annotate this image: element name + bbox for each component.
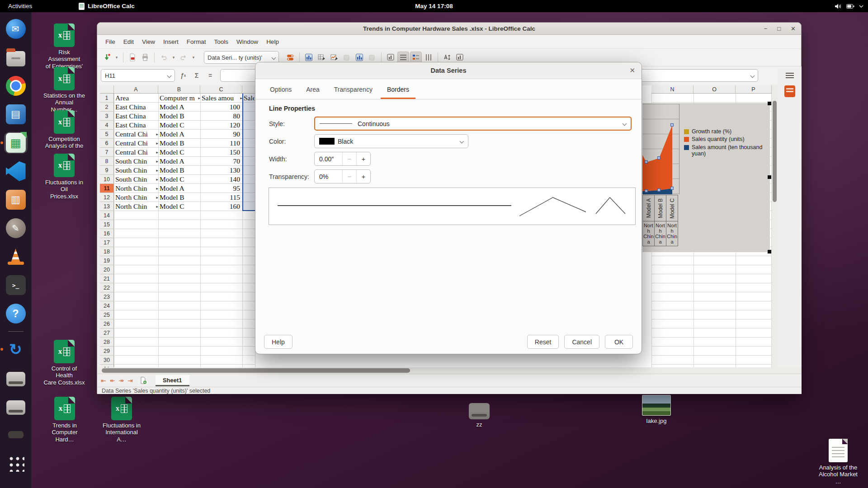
- focused-app-indicator[interactable]: LibreOffice Calc: [79, 3, 135, 10]
- cell-a6[interactable]: Central Chi▸: [114, 139, 158, 148]
- cell-a9[interactable]: South Chin▸: [114, 166, 158, 175]
- reset-button[interactable]: Reset: [527, 335, 559, 349]
- vertical-scrollbar[interactable]: [772, 85, 778, 367]
- dock-item-help[interactable]: ?: [4, 303, 28, 324]
- menu-format[interactable]: Format: [183, 37, 210, 47]
- dock-item-removable-drive-1[interactable]: [4, 367, 28, 389]
- horizontal-scrollbar-thumb[interactable]: [102, 368, 410, 373]
- name-box[interactable]: H11: [101, 69, 175, 82]
- export-pdf-button[interactable]: [127, 52, 138, 63]
- cell-c2[interactable]: 100: [200, 103, 242, 112]
- clock[interactable]: May 14 17:08: [415, 3, 453, 9]
- data-point-handle[interactable]: [670, 123, 674, 127]
- close-button[interactable]: ✕: [791, 25, 796, 32]
- menu-help[interactable]: Help: [262, 37, 283, 47]
- row-header-21[interactable]: 21: [100, 274, 114, 283]
- row-header-28[interactable]: 28: [100, 338, 114, 347]
- cell-b6[interactable]: Model B: [158, 139, 200, 148]
- dock-item-vs-code[interactable]: [4, 160, 28, 182]
- previous-sheet-button[interactable]: ↞: [110, 377, 115, 384]
- row-header-16[interactable]: 16: [100, 229, 114, 238]
- row-header-18[interactable]: 18: [100, 247, 114, 256]
- row-header-15[interactable]: 15: [100, 220, 114, 229]
- cell-b5[interactable]: Model A: [158, 130, 200, 139]
- row-header-14[interactable]: 14: [100, 211, 114, 220]
- load-document-button[interactable]: [101, 52, 113, 63]
- cell-a1[interactable]: Area: [114, 94, 158, 103]
- desktop-icon-analysis[interactable]: Analysis of theAlcohol Market …: [816, 439, 860, 485]
- sidebar-menu-icon[interactable]: [786, 73, 794, 74]
- dock-item-removable-drive-2[interactable]: [4, 395, 28, 417]
- chart-plot-area[interactable]: [642, 104, 679, 194]
- sum-button[interactable]: Σ: [191, 70, 202, 81]
- style-dropdown-icon[interactable]: [623, 122, 627, 126]
- cell-d1[interactable]: Sale: [242, 94, 255, 103]
- menu-file[interactable]: File: [101, 37, 119, 47]
- cell-a10[interactable]: South Chin▸: [114, 175, 158, 184]
- desktop-icon-lake[interactable]: lake.jpg: [635, 395, 678, 424]
- dock-item-app-grid[interactable]: [4, 452, 28, 474]
- row-header-25[interactable]: 25: [100, 310, 114, 319]
- cell-b9[interactable]: Model B: [158, 166, 200, 175]
- chart-object[interactable]: Model AModel BModel C NorthChinaNorthChi…: [642, 103, 770, 252]
- system-status-area[interactable]: [835, 3, 863, 9]
- cell-b8[interactable]: Model A: [158, 157, 200, 166]
- cell-c1[interactable]: Sales amou▸: [200, 94, 242, 103]
- cell-c8[interactable]: 70: [200, 157, 242, 166]
- formula-input-dropdown-icon[interactable]: [750, 73, 755, 78]
- row-header-22[interactable]: 22: [100, 283, 114, 292]
- select-all-corner[interactable]: [100, 85, 114, 94]
- row-header-30[interactable]: 30: [100, 356, 114, 365]
- cell-c11[interactable]: 95: [200, 184, 242, 193]
- column-header-a[interactable]: A: [114, 85, 158, 94]
- cell-b7[interactable]: Model C: [158, 148, 200, 157]
- row-header-24[interactable]: 24: [100, 301, 114, 310]
- cell-b1[interactable]: Computer m▸: [158, 94, 200, 103]
- sidebar-properties-icon[interactable]: [784, 85, 795, 97]
- cell-a13[interactable]: North Chin▸: [114, 202, 158, 211]
- menu-tools[interactable]: Tools: [210, 37, 233, 47]
- column-header-p[interactable]: P: [736, 85, 772, 94]
- minimize-button[interactable]: −: [764, 25, 768, 32]
- column-header-o[interactable]: O: [693, 85, 736, 94]
- dock-item-libreoffice-impress[interactable]: ▥: [4, 189, 28, 211]
- cell-a5[interactable]: Central Chi▸: [114, 130, 158, 139]
- row-header-9[interactable]: 9: [100, 166, 114, 175]
- dock-item-chrome-browser[interactable]: [4, 75, 28, 97]
- dock-item-gimp[interactable]: ✎: [4, 217, 28, 239]
- transparency-decrease-button[interactable]: −: [342, 170, 356, 183]
- menu-insert[interactable]: Insert: [159, 37, 183, 47]
- equals-button[interactable]: =: [205, 70, 216, 81]
- chart-resize-handle-mid-right[interactable]: [768, 175, 771, 179]
- activities-button[interactable]: Activities: [0, 0, 40, 12]
- row-header-11[interactable]: 11: [100, 184, 114, 193]
- cell-a4[interactable]: East China: [114, 121, 158, 130]
- maximize-button[interactable]: □: [777, 25, 781, 32]
- row-header-4[interactable]: 4: [100, 121, 114, 130]
- width-spinner[interactable]: 0.00″ − +: [314, 152, 371, 166]
- row-header-23[interactable]: 23: [100, 292, 114, 301]
- column-header-d-sliver[interactable]: [242, 85, 255, 94]
- data-point-handle[interactable]: [645, 189, 648, 192]
- row-header-12[interactable]: 12: [100, 193, 114, 202]
- last-sheet-button[interactable]: ⇥: [127, 377, 133, 384]
- row-header-26[interactable]: 26: [100, 319, 114, 328]
- name-box-dropdown-icon[interactable]: [167, 73, 172, 78]
- cell-b3[interactable]: Model B: [158, 112, 200, 121]
- dialog-tab-area[interactable]: Area: [300, 82, 326, 99]
- cancel-button[interactable]: Cancel: [564, 335, 599, 349]
- cell-a11[interactable]: North Chin▸: [114, 184, 158, 193]
- desktop-icon-fluctintl[interactable]: xFluctuations inInternational A…: [100, 397, 143, 443]
- row-header-19[interactable]: 19: [100, 256, 114, 265]
- color-dropdown-icon[interactable]: [460, 139, 464, 144]
- row-header-29[interactable]: 29: [100, 347, 114, 356]
- column-header-n[interactable]: N: [651, 85, 693, 94]
- cell-c7[interactable]: 150: [200, 148, 242, 157]
- desktop-icon-health[interactable]: xControl of HealthCare Costs.xlsx: [42, 340, 86, 386]
- cell-c13[interactable]: 160: [200, 202, 242, 211]
- column-header-c[interactable]: C: [200, 85, 242, 94]
- ok-button[interactable]: OK: [605, 335, 633, 349]
- width-increase-button[interactable]: +: [356, 152, 370, 165]
- row-header-3[interactable]: 3: [100, 112, 114, 121]
- dialog-close-button[interactable]: ✕: [629, 66, 635, 75]
